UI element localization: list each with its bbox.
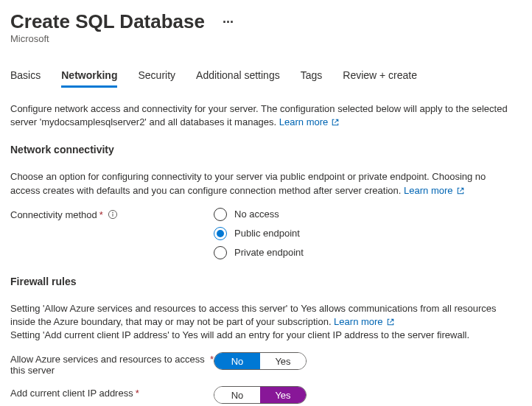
- intro-body: Configure network access and connectivit…: [10, 103, 508, 127]
- svg-rect-2: [112, 214, 113, 217]
- external-link-icon: [386, 318, 395, 326]
- connectivity-learn-more-link[interactable]: Learn more: [404, 184, 464, 197]
- intro-text: Configure network access and connectivit…: [10, 102, 517, 129]
- radio-private-endpoint-label: Private endpoint: [234, 247, 304, 258]
- tab-strip: Basics Networking Security Additional se…: [10, 66, 517, 88]
- publisher-label: Microsoft: [10, 33, 517, 44]
- more-actions-button[interactable]: ···: [223, 15, 234, 29]
- allow-azure-yes[interactable]: Yes: [260, 353, 306, 369]
- radio-dot: [217, 230, 224, 237]
- firewall-learn-more-label: Learn more: [334, 315, 382, 329]
- tab-basics[interactable]: Basics: [10, 66, 41, 88]
- client-ip-yes[interactable]: Yes: [260, 387, 306, 403]
- page-title: Create SQL Database: [10, 10, 205, 33]
- svg-point-1: [112, 212, 113, 214]
- external-link-icon: [456, 186, 465, 195]
- connectivity-learn-more-label: Learn more: [404, 184, 452, 197]
- tab-networking[interactable]: Networking: [61, 66, 117, 88]
- required-marker: *: [99, 209, 103, 220]
- info-icon[interactable]: [108, 209, 118, 220]
- radio-private-endpoint[interactable]: Private endpoint: [214, 246, 304, 259]
- tab-review-create[interactable]: Review + create: [343, 66, 417, 88]
- network-connectivity-heading: Network connectivity: [10, 144, 517, 155]
- radio-outline: [214, 246, 227, 259]
- connectivity-method-radios: No access Public endpoint Private endpoi…: [214, 208, 304, 259]
- radio-no-access[interactable]: No access: [214, 208, 304, 221]
- client-ip-no[interactable]: No: [214, 387, 260, 403]
- firewall-line2: Setting 'Add current client IP address' …: [10, 329, 469, 340]
- required-marker: *: [136, 388, 139, 399]
- client-ip-toggle[interactable]: No Yes: [214, 386, 307, 404]
- allow-azure-toggle[interactable]: No Yes: [214, 352, 307, 370]
- radio-outline: [214, 227, 227, 240]
- external-link-icon: [331, 118, 340, 127]
- tab-security[interactable]: Security: [138, 66, 175, 88]
- intro-learn-more-label: Learn more: [279, 116, 328, 129]
- firewall-desc: Setting 'Allow Azure services and resour…: [10, 302, 517, 343]
- firewall-rules-heading: Firewall rules: [10, 276, 517, 287]
- radio-no-access-label: No access: [234, 209, 279, 220]
- radio-outline: [214, 208, 227, 221]
- radio-public-endpoint-label: Public endpoint: [234, 228, 300, 239]
- intro-learn-more-link[interactable]: Learn more: [279, 116, 340, 129]
- allow-azure-label: Allow Azure services and resources to ac…: [10, 354, 208, 376]
- connectivity-method-label: Connectivity method: [10, 209, 97, 220]
- radio-public-endpoint[interactable]: Public endpoint: [214, 227, 304, 240]
- firewall-line1: Setting 'Allow Azure services and resour…: [10, 303, 497, 327]
- firewall-learn-more-link[interactable]: Learn more: [334, 315, 394, 329]
- tab-additional-settings[interactable]: Additional settings: [196, 66, 280, 88]
- connectivity-desc: Choose an option for configuring connect…: [10, 170, 517, 197]
- allow-azure-no[interactable]: No: [214, 353, 260, 369]
- tab-tags[interactable]: Tags: [301, 66, 323, 88]
- client-ip-label: Add current client IP address: [10, 388, 133, 399]
